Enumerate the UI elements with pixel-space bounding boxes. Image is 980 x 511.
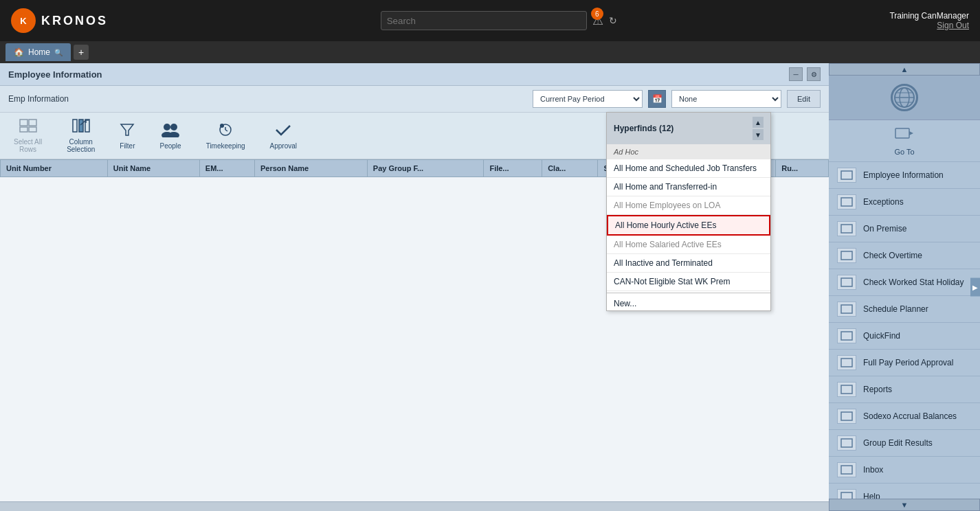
sidebar-bottom-arrows: ▼	[829, 499, 980, 511]
filter-icon	[120, 122, 135, 141]
go-to-area: Go To	[829, 120, 980, 162]
refresh-icon[interactable]: ↻	[609, 15, 617, 26]
bottom-scrollbar[interactable]	[0, 501, 829, 511]
content-area: Employee Information ─ ⚙ Emp Information…	[0, 63, 829, 511]
filter-label: Filter	[120, 142, 135, 150]
col-ru[interactable]: Ru...	[776, 160, 829, 177]
dropdown-item-all-home-scheduled[interactable]: All Home and Scheduled Job Transfers	[607, 159, 770, 178]
dropdown-header: Hyperfinds (12) ▲ ▼	[607, 113, 770, 144]
dropdown-item-can-not-eligible[interactable]: CAN-Not Eligible Stat WK Prem	[607, 273, 770, 291]
tab-home[interactable]: 🏠 Home 🔍	[5, 43, 71, 61]
period-dropdown[interactable]: Current Pay Period	[533, 90, 643, 108]
go-to-icon	[894, 126, 915, 148]
svg-rect-3	[29, 120, 36, 126]
svg-rect-40	[841, 492, 852, 499]
sidebar-scroll-down-bottom[interactable]: ▼	[829, 499, 980, 511]
dropdown-item-all-home-transferred[interactable]: All Home and Transferred-in	[607, 178, 770, 196]
svg-rect-26	[895, 128, 909, 138]
sidebar-item-employee-information[interactable]: Employee Information	[829, 162, 980, 189]
panel-settings-btn[interactable]: ⚙	[807, 67, 821, 81]
globe-icon[interactable]	[891, 84, 918, 111]
toolbar-right: Current Pay Period 📅 None Edit	[533, 90, 821, 108]
tab-add-button[interactable]: +	[74, 45, 89, 60]
sidebar-collapse-arrow[interactable]: ▶	[970, 278, 980, 297]
col-person-name[interactable]: Person Name	[254, 160, 367, 177]
people-action[interactable]: People	[155, 120, 187, 152]
svg-rect-5	[29, 127, 36, 132]
dropdown-item-all-home-salaried[interactable]: All Home Salaried Active EEs	[607, 236, 770, 254]
svg-text:K: K	[20, 16, 27, 26]
sidebar-item-label-reports: Reports	[863, 385, 892, 394]
sidebar-item-schedule-planner[interactable]: Schedule Planner	[829, 296, 980, 323]
people-label: People	[160, 142, 181, 150]
col-cla[interactable]: Cla...	[542, 160, 598, 177]
column-selection-action[interactable]: ColumnSelection	[61, 115, 100, 156]
sidebar-item-icon-employee	[837, 168, 856, 183]
search-input[interactable]	[381, 11, 587, 30]
svg-rect-35	[841, 359, 852, 367]
timekeeping-action[interactable]: Timekeeping	[201, 120, 251, 152]
dropdown-scroll-down[interactable]: ▼	[753, 129, 764, 140]
sidebar-item-quickfind[interactable]: QuickFind	[829, 323, 980, 350]
notification-wrapper: ⚠ 6	[592, 13, 603, 28]
sidebar-item-check-overtime[interactable]: Check Overtime	[829, 242, 980, 269]
col-em[interactable]: EM...	[199, 160, 254, 177]
sidebar-item-icon-schedule-planner	[837, 302, 856, 317]
col-unit-name[interactable]: Unit Name	[107, 160, 199, 177]
sidebar-item-group-edit-results[interactable]: Group Edit Results	[829, 430, 980, 457]
panel-header-icons: ─ ⚙	[789, 67, 821, 81]
sidebar-scroll-up-top[interactable]: ▲	[829, 63, 980, 76]
sidebar-item-full-pay-period[interactable]: Full Pay Period Approval	[829, 350, 980, 376]
dropdown-item-all-inactive[interactable]: All Inactive and Terminated	[607, 254, 770, 273]
select-all-action[interactable]: Select AllRows	[8, 115, 47, 156]
sidebar-item-icon-group-edit-results	[837, 435, 856, 451]
dropdown-item-new[interactable]: New...	[607, 295, 770, 310]
hyperfind-container: None	[671, 90, 781, 108]
panel-minimize-btn[interactable]: ─	[789, 67, 803, 81]
column-selection-label: ColumnSelection	[67, 138, 95, 153]
col-file[interactable]: File...	[484, 160, 542, 177]
sidebar-item-icon-full-pay-period	[837, 355, 856, 370]
sidebar-item-on-premise[interactable]: On Premise	[829, 216, 980, 242]
tab-bar: 🏠 Home 🔍 +	[0, 41, 980, 63]
sidebar-item-reports[interactable]: Reports	[829, 376, 980, 403]
svg-rect-6	[73, 120, 77, 132]
dropdown-scroll-controls: ▲ ▼	[753, 117, 764, 140]
edit-button[interactable]: Edit	[787, 90, 821, 108]
filter-action[interactable]: Filter	[114, 120, 140, 152]
sidebar-item-icon-on-premise	[837, 221, 856, 236]
svg-rect-2	[20, 120, 27, 126]
calendar-button[interactable]: 📅	[648, 90, 666, 108]
sidebar-item-label-help: Help	[863, 492, 880, 499]
dropdown-scroll-up[interactable]: ▲	[753, 117, 764, 128]
sidebar-globe-area	[829, 76, 980, 120]
svg-rect-7	[79, 120, 83, 132]
tab-search-icon[interactable]: 🔍	[54, 49, 63, 56]
logo-area: K KRONOS	[11, 8, 108, 33]
sidebar-item-icon-sodexo-accrual	[837, 409, 856, 424]
sidebar-item-label-quickfind: QuickFind	[863, 331, 900, 341]
go-to-button[interactable]: Go To	[894, 126, 915, 156]
hyperfind-dropdown[interactable]: None	[671, 90, 781, 108]
sidebar-item-exceptions[interactable]: Exceptions	[829, 189, 980, 216]
sign-out-link[interactable]: Sign Out	[889, 21, 969, 30]
sidebar-item-inbox[interactable]: Inbox	[829, 457, 980, 484]
dropdown-item-all-home-hourly[interactable]: All Home Hourly Active EEs	[607, 215, 770, 236]
dropdown-item-all-home-loa[interactable]: All Home Employees on LOA	[607, 196, 770, 215]
sidebar-item-sodexo-accrual[interactable]: Sodexo Accrual Balances	[829, 403, 980, 430]
svg-rect-38	[841, 439, 852, 447]
col-pay-group[interactable]: Pay Group F...	[367, 160, 484, 177]
sidebar-item-check-worked-stat[interactable]: Check Worked Stat Holiday	[829, 269, 980, 296]
hyperfind-dropdown-overlay: Hyperfinds (12) ▲ ▼ Ad Hoc All Home and …	[606, 112, 771, 311]
svg-point-14	[170, 124, 177, 130]
emp-info-label: Emp Information	[8, 94, 69, 104]
svg-rect-29	[841, 198, 852, 206]
col-unit-number[interactable]: Unit Number	[1, 160, 108, 177]
approval-action[interactable]: Approval	[265, 120, 302, 152]
go-to-label: Go To	[894, 148, 914, 156]
sidebar-item-icon-quickfind	[837, 328, 856, 343]
people-icon	[160, 122, 181, 141]
toolbar-left: Emp Information	[8, 94, 69, 104]
select-all-icon	[19, 118, 38, 137]
sidebar-item-help[interactable]: Help	[829, 484, 980, 499]
